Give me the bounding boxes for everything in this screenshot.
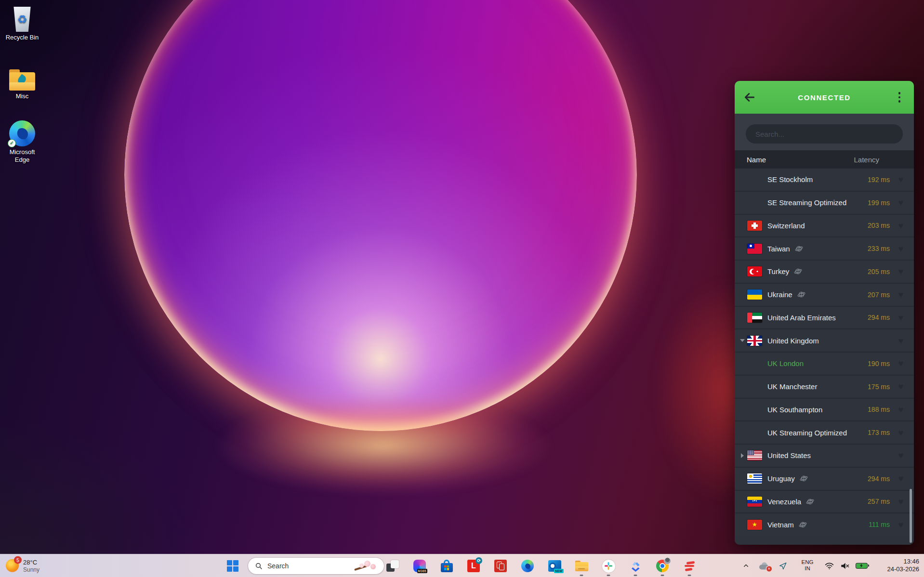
- check-badge-icon: ✓: [8, 139, 16, 147]
- m365-badge: M365: [417, 569, 427, 573]
- favorite-icon[interactable]: [895, 428, 907, 437]
- clock-widget[interactable]: 13:46 24-03-2026: [887, 558, 920, 574]
- cherry-blossom-graphic: [351, 560, 377, 572]
- server-row[interactable]: UK London190 ms: [735, 353, 914, 376]
- microsoft-store-button[interactable]: [437, 554, 456, 577]
- vn-flag-icon: [747, 520, 762, 530]
- country-row[interactable]: Ukraine207 ms: [735, 284, 914, 307]
- red-document-icon: [494, 560, 507, 572]
- desktop-icon-label: Recycle Bin: [1, 34, 43, 41]
- wallpaper-glow-circle: [124, 0, 637, 431]
- favorite-icon[interactable]: [895, 382, 907, 391]
- server-row[interactable]: UK Southampton188 ms: [735, 399, 914, 422]
- uy-flag-icon: [747, 473, 762, 484]
- scrollbar-thumb[interactable]: [910, 489, 912, 543]
- favorite-icon[interactable]: [895, 198, 907, 207]
- back-button[interactable]: [742, 90, 757, 105]
- collapse-button[interactable]: [738, 339, 747, 342]
- red-curves-app-button[interactable]: [680, 554, 699, 577]
- slack-button[interactable]: [599, 554, 618, 577]
- weather-condition: Sunny: [23, 566, 40, 573]
- country-group-row[interactable]: United Kingdom: [735, 329, 914, 353]
- favorite-icon[interactable]: [895, 405, 907, 414]
- server-name: UK Southampton: [767, 406, 822, 414]
- favorite-icon[interactable]: [895, 474, 907, 483]
- country-row[interactable]: Vietnam111 ms: [735, 513, 914, 536]
- favorite-icon[interactable]: [895, 313, 907, 322]
- onedrive-tray-button[interactable]: ✕: [758, 562, 771, 569]
- l-app-button[interactable]: L ⟳: [464, 554, 483, 577]
- file-explorer-button[interactable]: [572, 554, 591, 577]
- country-row[interactable]: United Arab Emirates294 ms: [735, 307, 914, 330]
- menu-button[interactable]: [895, 91, 904, 104]
- country-row[interactable]: Uruguay294 ms: [735, 468, 914, 491]
- favorite-icon[interactable]: [895, 497, 907, 506]
- server-row[interactable]: SE Stockholm192 ms: [735, 169, 914, 192]
- favorite-icon[interactable]: [895, 221, 907, 230]
- latency-value: 294 ms: [863, 314, 890, 321]
- weather-widget[interactable]: 5 28°C Sunny: [6, 558, 40, 573]
- recycle-bin-icon: ♻: [12, 7, 33, 32]
- server-search-input[interactable]: [746, 124, 903, 144]
- favorite-icon[interactable]: [895, 290, 907, 299]
- taskbar-search-box[interactable]: Search: [248, 558, 384, 574]
- l-app-icon: L ⟳: [467, 560, 480, 572]
- desktop-icon-label: Microsoft Edge: [1, 148, 43, 164]
- country-row[interactable]: Taiwan233 ms: [735, 237, 914, 261]
- ae-flag-icon: [747, 313, 762, 323]
- server-name: UK Manchester: [767, 382, 817, 391]
- gb-flag-icon: [747, 336, 762, 346]
- desktop-icon-microsoft-edge[interactable]: ✓ Microsoft Edge: [1, 118, 43, 164]
- blue-triangle-app-button[interactable]: [626, 554, 645, 577]
- onedrive-error-icon: ✕: [759, 562, 770, 569]
- outlook-button[interactable]: NEW: [545, 554, 564, 577]
- taskbar: 5 28°C Sunny Search M365: [0, 554, 924, 577]
- language-switcher[interactable]: ENG IN: [797, 559, 818, 573]
- edge-icon: ✓: [9, 120, 35, 146]
- copilot-m365-button[interactable]: M365: [410, 554, 429, 577]
- connection-status-title: CONNECTED: [735, 93, 914, 102]
- favorite-icon[interactable]: [895, 244, 907, 253]
- desktop-icon-misc-folder[interactable]: Misc: [1, 63, 43, 100]
- server-row[interactable]: UK Streaming Optimized173 ms: [735, 421, 914, 445]
- start-button[interactable]: [226, 560, 239, 572]
- latency-value: 188 ms: [863, 406, 890, 413]
- volume-tray-button[interactable]: [838, 562, 852, 570]
- chrome-button[interactable]: [653, 554, 672, 577]
- server-name: Uruguay: [767, 474, 795, 483]
- globe-icon: [798, 520, 807, 529]
- tr-flag-icon: [747, 266, 762, 276]
- favorite-icon[interactable]: [895, 175, 907, 184]
- location-tray-button[interactable]: [777, 562, 789, 570]
- tray-overflow-chevron[interactable]: [741, 562, 751, 569]
- running-indicator: [661, 575, 664, 576]
- latency-value: 233 ms: [863, 245, 890, 252]
- server-row[interactable]: UK Manchester175 ms: [735, 376, 914, 399]
- country-row[interactable]: Turkey205 ms: [735, 261, 914, 284]
- country-row[interactable]: Switzerland203 ms: [735, 215, 914, 238]
- expand-button[interactable]: [738, 453, 747, 458]
- wifi-tray-button[interactable]: [823, 562, 835, 570]
- desktop-icon-recycle-bin[interactable]: ♻ Recycle Bin: [1, 4, 43, 41]
- server-name: UK Streaming Optimized: [767, 429, 847, 437]
- country-group-row[interactable]: United States: [735, 445, 914, 468]
- task-view-button[interactable]: [383, 554, 402, 577]
- edge-browser-button[interactable]: [518, 554, 537, 577]
- wallpaper-horizon-glow: [172, 383, 595, 509]
- globe-icon: [805, 497, 815, 506]
- running-indicator: [688, 575, 691, 576]
- red-document-app-button[interactable]: [491, 554, 510, 577]
- region-code: IN: [802, 566, 814, 573]
- favorite-icon[interactable]: [895, 520, 907, 529]
- running-indicator: [607, 575, 610, 576]
- server-row[interactable]: SE Streaming Optimized199 ms: [735, 192, 914, 215]
- favorite-icon[interactable]: [895, 267, 907, 276]
- latency-value: 111 ms: [863, 521, 890, 528]
- favorite-icon[interactable]: [895, 336, 907, 345]
- volume-muted-icon: [840, 562, 850, 570]
- favorite-icon[interactable]: [895, 451, 907, 460]
- country-row[interactable]: Venezuela257 ms: [735, 491, 914, 514]
- new-badge: NEW: [554, 569, 563, 573]
- favorite-icon[interactable]: [895, 359, 907, 368]
- battery-tray-button[interactable]: [854, 563, 869, 569]
